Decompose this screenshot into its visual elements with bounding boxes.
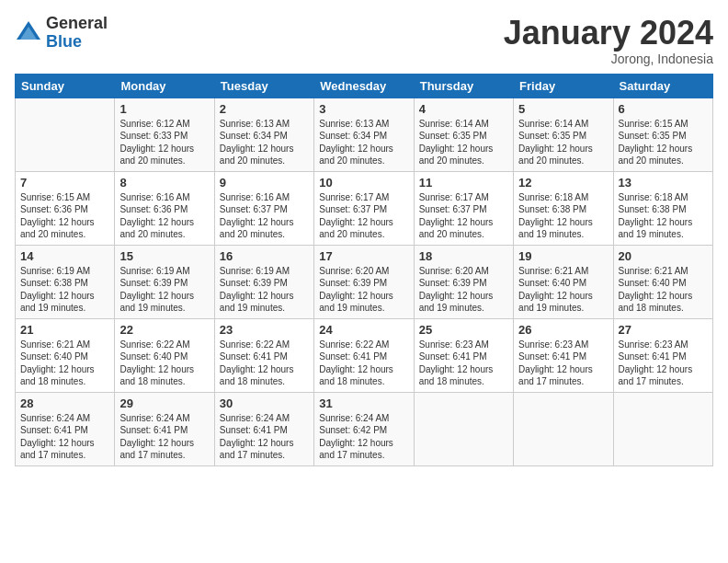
cell-content: Sunrise: 6:21 AMSunset: 6:40 PMDaylight:… xyxy=(20,339,109,388)
day-number: 27 xyxy=(619,323,708,337)
cell-content: Sunrise: 6:22 AMSunset: 6:40 PMDaylight:… xyxy=(119,339,209,388)
title-block: January 2024 Jorong, Indonesia xyxy=(504,15,713,66)
cell-content: Sunrise: 6:13 AMSunset: 6:34 PMDaylight:… xyxy=(220,118,309,167)
col-monday: Monday xyxy=(115,74,214,98)
day-number: 26 xyxy=(518,323,608,337)
calendar-cell: 3Sunrise: 6:13 AMSunset: 6:34 PMDaylight… xyxy=(314,98,414,171)
calendar-cell: 16Sunrise: 6:19 AMSunset: 6:39 PMDayligh… xyxy=(214,245,313,318)
cell-content: Sunrise: 6:17 AMSunset: 6:37 PMDaylight:… xyxy=(419,191,508,241)
cell-content: Sunrise: 6:14 AMSunset: 6:35 PMDaylight:… xyxy=(518,118,608,167)
calendar-cell xyxy=(613,392,712,465)
cell-content: Sunrise: 6:24 AMSunset: 6:41 PMDaylight:… xyxy=(119,412,209,462)
day-number: 30 xyxy=(220,396,309,410)
cell-content: Sunrise: 6:14 AMSunset: 6:35 PMDaylight:… xyxy=(419,118,508,167)
location-subtitle: Jorong, Indonesia xyxy=(504,52,713,66)
calendar-cell: 22Sunrise: 6:22 AMSunset: 6:40 PMDayligh… xyxy=(115,318,214,392)
calendar-week-row: 7Sunrise: 6:15 AMSunset: 6:36 PMDaylight… xyxy=(16,171,713,245)
day-number: 17 xyxy=(319,249,408,263)
header: General Blue January 2024 Jorong, Indone… xyxy=(15,15,713,66)
cell-content: Sunrise: 6:18 AMSunset: 6:38 PMDaylight:… xyxy=(518,191,608,241)
day-number: 16 xyxy=(220,249,309,263)
calendar-cell: 19Sunrise: 6:21 AMSunset: 6:40 PMDayligh… xyxy=(514,245,613,318)
day-number: 29 xyxy=(119,396,209,410)
header-row: Sunday Monday Tuesday Wednesday Thursday… xyxy=(16,74,713,98)
calendar-cell: 9Sunrise: 6:16 AMSunset: 6:37 PMDaylight… xyxy=(214,171,313,245)
day-number: 12 xyxy=(518,176,608,190)
cell-content: Sunrise: 6:20 AMSunset: 6:39 PMDaylight:… xyxy=(419,265,508,315)
calendar-cell xyxy=(514,392,613,465)
calendar-cell: 17Sunrise: 6:20 AMSunset: 6:39 PMDayligh… xyxy=(314,245,414,318)
calendar-week-row: 1Sunrise: 6:12 AMSunset: 6:33 PMDaylight… xyxy=(16,98,713,171)
calendar-cell: 28Sunrise: 6:24 AMSunset: 6:41 PMDayligh… xyxy=(16,392,115,465)
logo-text: General Blue xyxy=(46,15,108,52)
logo-general: General xyxy=(46,15,108,33)
cell-content: Sunrise: 6:22 AMSunset: 6:41 PMDaylight:… xyxy=(319,339,408,388)
cell-content: Sunrise: 6:24 AMSunset: 6:41 PMDaylight:… xyxy=(20,412,109,462)
day-number: 6 xyxy=(619,102,708,116)
cell-content: Sunrise: 6:19 AMSunset: 6:39 PMDaylight:… xyxy=(220,265,309,315)
calendar-cell: 5Sunrise: 6:14 AMSunset: 6:35 PMDaylight… xyxy=(514,98,613,171)
day-number: 1 xyxy=(119,102,209,116)
day-number: 19 xyxy=(518,249,608,263)
cell-content: Sunrise: 6:20 AMSunset: 6:39 PMDaylight:… xyxy=(319,265,408,315)
day-number: 14 xyxy=(20,249,109,263)
day-number: 28 xyxy=(20,396,109,410)
cell-content: Sunrise: 6:21 AMSunset: 6:40 PMDaylight:… xyxy=(619,265,708,315)
calendar-cell: 1Sunrise: 6:12 AMSunset: 6:33 PMDaylight… xyxy=(115,98,214,171)
day-number: 13 xyxy=(619,176,708,190)
calendar-cell: 26Sunrise: 6:23 AMSunset: 6:41 PMDayligh… xyxy=(514,318,613,392)
col-saturday: Saturday xyxy=(613,74,712,98)
cell-content: Sunrise: 6:19 AMSunset: 6:39 PMDaylight:… xyxy=(119,265,209,315)
calendar-cell: 10Sunrise: 6:17 AMSunset: 6:37 PMDayligh… xyxy=(314,171,414,245)
day-number: 15 xyxy=(119,249,209,263)
calendar-cell: 29Sunrise: 6:24 AMSunset: 6:41 PMDayligh… xyxy=(115,392,214,465)
calendar-cell: 31Sunrise: 6:24 AMSunset: 6:42 PMDayligh… xyxy=(314,392,414,465)
cell-content: Sunrise: 6:15 AMSunset: 6:35 PMDaylight:… xyxy=(619,118,708,167)
calendar-cell: 25Sunrise: 6:23 AMSunset: 6:41 PMDayligh… xyxy=(414,318,513,392)
day-number: 31 xyxy=(319,396,408,410)
day-number: 18 xyxy=(419,249,508,263)
cell-content: Sunrise: 6:22 AMSunset: 6:41 PMDaylight:… xyxy=(220,339,309,388)
cell-content: Sunrise: 6:23 AMSunset: 6:41 PMDaylight:… xyxy=(518,339,608,388)
col-wednesday: Wednesday xyxy=(314,74,414,98)
day-number: 24 xyxy=(319,323,408,337)
day-number: 23 xyxy=(220,323,309,337)
cell-content: Sunrise: 6:17 AMSunset: 6:37 PMDaylight:… xyxy=(319,191,408,241)
cell-content: Sunrise: 6:15 AMSunset: 6:36 PMDaylight:… xyxy=(20,191,109,241)
calendar-week-row: 28Sunrise: 6:24 AMSunset: 6:41 PMDayligh… xyxy=(16,392,713,465)
day-number: 10 xyxy=(319,176,408,190)
col-sunday: Sunday xyxy=(16,74,115,98)
day-number: 9 xyxy=(220,176,309,190)
day-number: 20 xyxy=(619,249,708,263)
calendar-cell xyxy=(16,98,115,171)
calendar-week-row: 14Sunrise: 6:19 AMSunset: 6:38 PMDayligh… xyxy=(16,245,713,318)
calendar-cell: 6Sunrise: 6:15 AMSunset: 6:35 PMDaylight… xyxy=(613,98,712,171)
day-number: 25 xyxy=(419,323,508,337)
month-title: January 2024 xyxy=(504,15,713,52)
cell-content: Sunrise: 6:23 AMSunset: 6:41 PMDaylight:… xyxy=(619,339,708,388)
calendar-cell: 11Sunrise: 6:17 AMSunset: 6:37 PMDayligh… xyxy=(414,171,513,245)
calendar-cell: 13Sunrise: 6:18 AMSunset: 6:38 PMDayligh… xyxy=(613,171,712,245)
cell-content: Sunrise: 6:24 AMSunset: 6:41 PMDaylight:… xyxy=(220,412,309,462)
calendar-cell: 8Sunrise: 6:16 AMSunset: 6:36 PMDaylight… xyxy=(115,171,214,245)
cell-content: Sunrise: 6:18 AMSunset: 6:38 PMDaylight:… xyxy=(619,191,708,241)
day-number: 8 xyxy=(119,176,209,190)
cell-content: Sunrise: 6:23 AMSunset: 6:41 PMDaylight:… xyxy=(419,339,508,388)
calendar-cell: 21Sunrise: 6:21 AMSunset: 6:40 PMDayligh… xyxy=(16,318,115,392)
cell-content: Sunrise: 6:16 AMSunset: 6:37 PMDaylight:… xyxy=(220,191,309,241)
cell-content: Sunrise: 6:24 AMSunset: 6:42 PMDaylight:… xyxy=(319,412,408,462)
cell-content: Sunrise: 6:19 AMSunset: 6:38 PMDaylight:… xyxy=(20,265,109,315)
cell-content: Sunrise: 6:21 AMSunset: 6:40 PMDaylight:… xyxy=(518,265,608,315)
calendar-cell: 15Sunrise: 6:19 AMSunset: 6:39 PMDayligh… xyxy=(115,245,214,318)
day-number: 7 xyxy=(20,176,109,190)
col-friday: Friday xyxy=(514,74,613,98)
day-number: 21 xyxy=(20,323,109,337)
day-number: 4 xyxy=(419,102,508,116)
calendar-cell: 23Sunrise: 6:22 AMSunset: 6:41 PMDayligh… xyxy=(214,318,313,392)
logo-icon xyxy=(15,19,42,47)
calendar-cell: 30Sunrise: 6:24 AMSunset: 6:41 PMDayligh… xyxy=(214,392,313,465)
calendar-cell: 7Sunrise: 6:15 AMSunset: 6:36 PMDaylight… xyxy=(16,171,115,245)
calendar-cell: 12Sunrise: 6:18 AMSunset: 6:38 PMDayligh… xyxy=(514,171,613,245)
calendar-cell: 24Sunrise: 6:22 AMSunset: 6:41 PMDayligh… xyxy=(314,318,414,392)
cell-content: Sunrise: 6:13 AMSunset: 6:34 PMDaylight:… xyxy=(319,118,408,167)
